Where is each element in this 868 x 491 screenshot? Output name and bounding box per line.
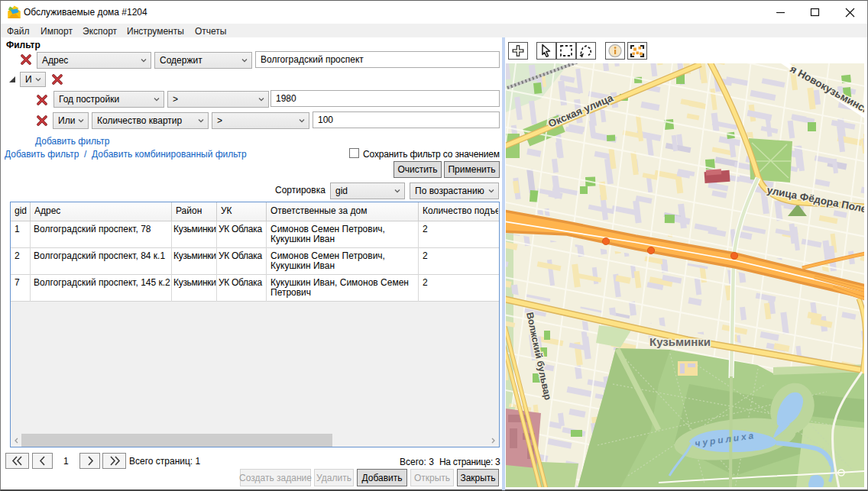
svg-text:Кузьминки: Кузьминки [649,335,711,348]
